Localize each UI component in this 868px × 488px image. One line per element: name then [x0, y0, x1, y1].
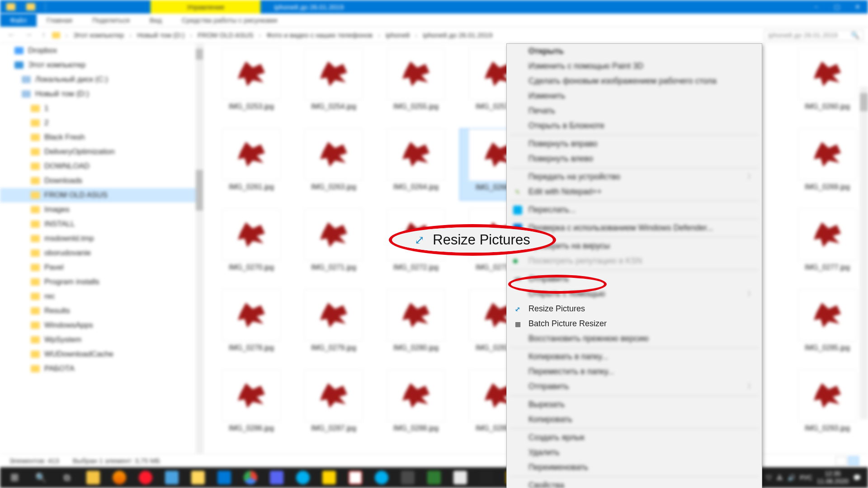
taskbar-app[interactable] — [344, 469, 367, 487]
task-view-button[interactable]: ⧉ — [55, 469, 79, 487]
tree-item[interactable]: Results — [0, 304, 203, 318]
nav-tree[interactable]: DropboxЭтот компьютерЛокальный диск (C:)… — [0, 43, 203, 454]
scrollbar[interactable] — [196, 43, 203, 454]
ctx-kaspersky-scan[interactable]: Проверить на вирусы — [507, 239, 762, 253]
ctx-delete[interactable]: Удалить — [507, 445, 762, 460]
tree-item[interactable]: oborudovanie — [0, 246, 203, 260]
tab-picture-tools[interactable]: Средства работы с рисунками — [172, 14, 287, 27]
ctx-open[interactable]: Открыть — [507, 44, 762, 59]
tree-item[interactable]: Новый том (D:) — [0, 87, 203, 101]
view-details-button[interactable] — [835, 456, 846, 465]
ctx-restore-version[interactable]: Восстановить прежнюю версию — [507, 331, 762, 346]
breadcrumb[interactable]: Этот компьютер — [73, 31, 124, 39]
taskbar-app[interactable] — [291, 469, 315, 487]
file-item[interactable]: IMG_0263.jpg — [295, 128, 373, 201]
tree-item[interactable]: WindowsApps — [0, 318, 203, 333]
ctx-edit-notepadpp[interactable]: ✎Edit with Notepad++ — [507, 184, 762, 199]
search-input[interactable]: iphone8 до 26.01.2019 🔍 — [764, 30, 863, 41]
ctx-create-shortcut[interactable]: Создать ярлык — [507, 430, 762, 445]
tree-item[interactable]: INSTALL — [0, 217, 203, 231]
file-item[interactable]: IMG_0277.jpg — [788, 209, 866, 281]
tab-home[interactable]: Главная — [37, 14, 82, 27]
ctx-rename[interactable]: Переименовать — [507, 460, 762, 475]
tree-item[interactable]: Program installs — [0, 275, 203, 289]
ctx-batch-resizer[interactable]: ▦Batch Picture Resizer — [507, 316, 762, 331]
view-thumbnails-button[interactable] — [848, 456, 859, 465]
tree-item[interactable]: Этот компьютер — [0, 58, 203, 72]
file-menu[interactable]: Файл — [0, 14, 37, 27]
tree-item[interactable]: РАБОТА — [0, 361, 203, 376]
close-button[interactable]: ✕ — [847, 0, 868, 14]
ctx-copy-to-folder[interactable]: Копировать в папку... — [507, 349, 762, 364]
tree-item[interactable]: Downloads — [0, 174, 203, 188]
tray-notifications-icon[interactable]: 💬 — [853, 474, 861, 481]
file-item[interactable]: IMG_0260.jpg — [788, 48, 866, 120]
file-item[interactable]: IMG_0254.jpg — [295, 48, 373, 120]
tab-view[interactable]: Вид — [140, 14, 172, 27]
tree-item[interactable]: Pavel — [0, 260, 203, 275]
ctx-move-to-folder[interactable]: Переместить в папку... — [507, 364, 762, 379]
ctx-send-to[interactable]: Отправить〉 — [507, 379, 762, 394]
ctx-skype-share[interactable]: Переслать... — [507, 202, 762, 217]
scrollbar[interactable] — [860, 87, 868, 419]
file-item[interactable]: IMG_0288.jpg — [377, 370, 455, 442]
tree-item[interactable]: FROM OLD ASUS — [0, 188, 203, 202]
tree-item[interactable]: DeliveryOptimization — [0, 145, 203, 159]
taskbar-app-chrome[interactable] — [239, 469, 262, 487]
file-item[interactable]: IMG_0269.jpg — [788, 128, 866, 201]
file-item[interactable]: IMG_0272.jpg — [377, 209, 455, 281]
tree-item[interactable]: Black Fresh — [0, 130, 203, 145]
file-item[interactable]: IMG_0285.jpg — [788, 289, 866, 361]
search-button[interactable]: 🔍 — [29, 469, 52, 487]
file-item[interactable]: IMG_0271.jpg — [295, 209, 373, 281]
tree-item[interactable]: msdownld.tmp — [0, 231, 203, 246]
taskbar-app[interactable] — [317, 469, 341, 487]
ctx-edit[interactable]: Изменить — [507, 89, 762, 103]
tree-item[interactable]: 2 — [0, 116, 203, 130]
taskbar-app[interactable] — [448, 469, 472, 487]
tree-item[interactable]: rec — [0, 289, 203, 304]
ctx-resize-pictures[interactable]: ⤢Resize Pictures — [507, 301, 762, 316]
start-button[interactable]: ⊞ — [3, 469, 26, 487]
tree-item[interactable]: 1 — [0, 101, 203, 116]
file-item[interactable]: IMG_0261.jpg — [212, 128, 290, 201]
breadcrumb[interactable]: Фото и видео с наших телефонов — [267, 31, 373, 39]
taskbar-app[interactable] — [81, 469, 105, 487]
tray-clock[interactable]: 12:35 11.08.2020 — [817, 470, 849, 485]
tray-icon[interactable]: 🛡 — [766, 474, 772, 481]
breadcrumb[interactable]: Новый том (D:) — [137, 31, 184, 39]
ctx-rotate-right[interactable]: Повернуть вправо — [507, 136, 762, 151]
file-item[interactable]: IMG_0280.jpg — [377, 289, 455, 361]
file-item[interactable]: IMG_0287.jpg — [295, 370, 373, 442]
minimize-button[interactable]: − — [806, 0, 826, 14]
taskbar-app[interactable] — [265, 469, 288, 487]
ctx-paint3d[interactable]: Изменить с помощью Paint 3D — [507, 59, 762, 74]
maximize-button[interactable]: ▢ — [826, 0, 847, 14]
nav-forward-button[interactable]: → — [22, 30, 35, 40]
breadcrumb[interactable]: iphone8 — [386, 31, 410, 39]
file-item[interactable]: IMG_0279.jpg — [295, 289, 373, 361]
taskbar-app-explorer[interactable] — [186, 469, 210, 487]
tree-item[interactable]: WUDownloadCache — [0, 347, 203, 361]
tree-item[interactable]: WpSystem — [0, 333, 203, 347]
file-item[interactable]: IMG_0278.jpg — [212, 289, 290, 361]
nav-up-button[interactable]: ↑ — [39, 30, 48, 40]
tree-item[interactable]: Локальный диск (C:) — [0, 72, 203, 87]
taskbar-app[interactable] — [475, 469, 498, 487]
tray-volume-icon[interactable]: 🔊 — [788, 474, 795, 481]
tree-item[interactable]: Dropbox — [0, 43, 203, 58]
ribbon-contextual-tab[interactable]: Управление — [151, 0, 260, 14]
taskbar-app[interactable] — [422, 469, 446, 487]
tray-language[interactable]: РУС — [800, 474, 812, 481]
taskbar-app[interactable] — [396, 469, 420, 487]
nav-back-button[interactable]: ← — [5, 30, 18, 40]
file-item[interactable]: IMG_0253.jpg — [212, 48, 290, 120]
ctx-open-with[interactable]: Открыть с помощью〉 — [507, 286, 762, 301]
file-item[interactable]: IMG_0264.jpg — [377, 128, 455, 201]
ctx-open-notepad[interactable]: Открыть в Блокноте — [507, 118, 762, 133]
ctx-cut[interactable]: Вырезать — [507, 397, 762, 412]
taskbar-app-opera[interactable] — [134, 469, 157, 487]
tree-item[interactable]: Images — [0, 202, 203, 217]
ctx-copy[interactable]: Копировать — [507, 412, 762, 427]
ctx-defender-scan[interactable]: Проверка с использованием Windows Defend… — [507, 221, 762, 235]
